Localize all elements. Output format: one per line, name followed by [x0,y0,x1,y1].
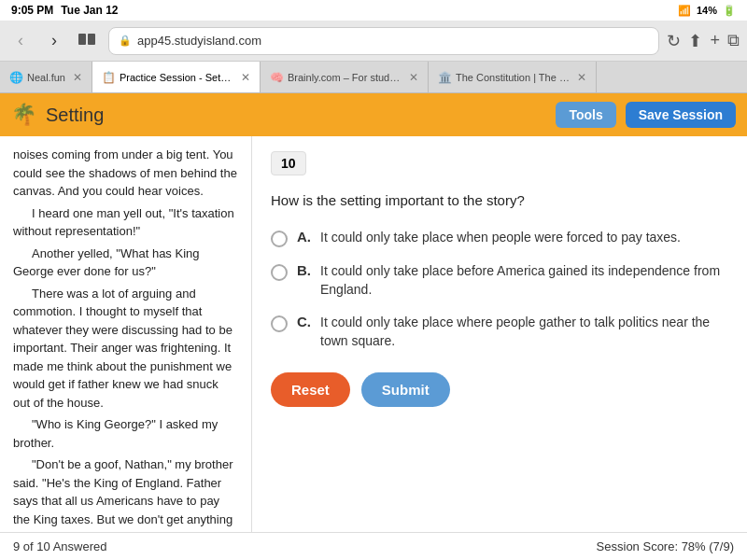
passage-text-1: noises coming from under a big tent. You… [13,146,238,201]
progress-text: 9 of 10 Answered [13,539,106,553]
status-bar: 9:05 PM Tue Jan 12 📶 14% 🔋 [0,0,747,21]
tab-2[interactable]: 📋 Practice Session - Setting - Study... … [92,62,261,93]
app-header: 🌴 Setting Tools Save Session [0,93,747,136]
radio-c[interactable] [271,315,288,332]
tab-1-favicon: 🌐 [9,71,23,84]
option-a-label: A. [297,229,311,245]
question-number: 10 [271,151,306,175]
radio-b[interactable] [271,264,288,281]
browser-actions: ↻ ⬆ + ⧉ [667,31,740,51]
reset-button[interactable]: Reset [271,372,350,407]
option-a-text: It could only take place when people wer… [320,229,681,247]
svg-rect-0 [78,34,86,45]
tab-2-label: Practice Session - Setting - Study... [120,72,233,83]
tab-1[interactable]: 🌐 Neal.fun ✕ [0,62,92,93]
tab-3-label: Brainly.com – For students. By stu... [288,72,402,83]
option-b[interactable]: B. It could only take place before Ameri… [271,262,728,299]
question-text: How is the setting important to the stor… [271,190,728,210]
reader-mode-button[interactable] [75,28,101,54]
tools-button[interactable]: Tools [556,102,615,128]
main-content: noises coming from under a big tent. You… [0,136,747,532]
tab-4-close[interactable]: ✕ [577,71,586,84]
tab-4-label: The Constitution | The White House [456,72,570,83]
option-c-label: C. [297,314,311,329]
date: Tue Jan 12 [61,4,118,17]
tabs-bar: 🌐 Neal.fun ✕ 📋 Practice Session - Settin… [0,62,747,93]
tabs-overview-button[interactable]: ⧉ [727,31,740,51]
passage-panel: noises coming from under a big tent. You… [0,136,252,532]
passage-text-3: Another yelled, "What has King George ev… [13,245,238,281]
save-session-button[interactable]: Save Session [626,102,736,128]
tab-3[interactable]: 🧠 Brainly.com – For students. By stu... … [261,62,429,93]
reload-button[interactable]: ↻ [667,31,681,51]
passage-text-6: "Don't be a goof, Nathan," my brother sa… [13,455,238,532]
passage-text-5: "Who is King George?" I asked my brother… [13,415,238,452]
bottom-bar: 9 of 10 Answered Session Score: 78% (7/9… [0,532,747,560]
tab-4-favicon: 🏛️ [438,71,452,84]
svg-rect-1 [88,34,95,45]
forward-button[interactable]: › [41,28,67,54]
app-logo: 🌴 [11,103,36,127]
tab-2-favicon: 📋 [102,71,116,84]
option-c[interactable]: C. It could only take place where people… [271,314,728,350]
score-text: Session Score: 78% (7/9) [597,539,734,553]
url-bar[interactable]: 🔒 app45.studyisland.com [108,27,659,55]
tab-3-close[interactable]: ✕ [409,71,418,84]
passage-text-2: I heard one man yell out, "It's taxation… [13,204,238,241]
tab-2-close[interactable]: ✕ [241,71,250,84]
tab-1-close[interactable]: ✕ [73,71,82,84]
tab-4[interactable]: 🏛️ The Constitution | The White House ✕ [429,62,597,93]
add-tab-button[interactable]: + [710,31,720,51]
time: 9:05 PM [11,4,53,17]
submit-button[interactable]: Submit [361,372,450,407]
app-title: Setting [46,105,546,126]
tab-3-favicon: 🧠 [270,71,284,84]
option-b-label: B. [297,262,311,278]
option-b-text: It could only take place before America … [320,262,728,299]
option-c-text: It could only take place where people ga… [320,314,728,350]
url-text: app45.studyisland.com [137,34,261,48]
radio-a[interactable] [271,231,288,247]
option-a[interactable]: A. It could only take place when people … [271,229,728,247]
browser-chrome: ‹ › 🔒 app45.studyisland.com ↻ ⬆ + ⧉ [0,21,747,62]
action-buttons: Reset Submit [271,372,728,407]
lock-icon: 🔒 [119,35,132,47]
battery-icon: 🔋 [723,5,736,17]
back-button[interactable]: ‹ [7,28,34,54]
battery-level: 14% [697,5,717,16]
question-panel: 10 How is the setting important to the s… [252,136,747,532]
tab-1-label: Neal.fun [27,72,65,83]
share-button[interactable]: ⬆ [688,31,702,51]
wifi-icon: 📶 [678,5,691,17]
passage-text-4: There was a lot of arguing and commotion… [13,285,238,413]
